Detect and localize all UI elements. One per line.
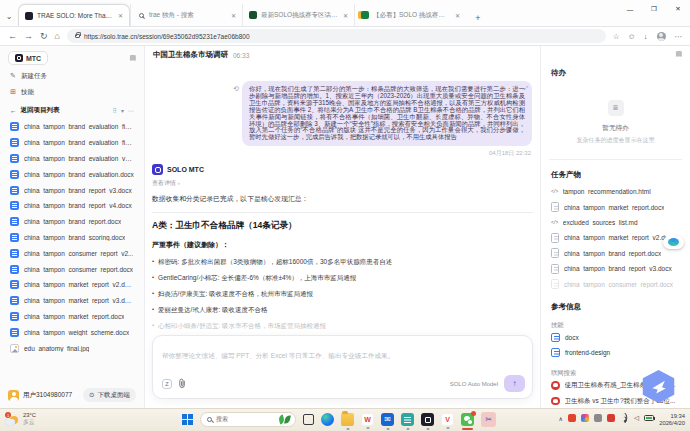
wechat-app-icon[interactable]	[461, 413, 474, 426]
weather-label: 多云	[23, 419, 35, 425]
model-selector[interactable]: SOLO Auto Model	[450, 381, 498, 387]
message-timestamp: 04月18日 22:32	[145, 149, 531, 158]
window-minimize-button[interactable]: —	[618, 0, 642, 18]
downloads-icon[interactable]: ↓	[644, 32, 648, 41]
workspace-switcher[interactable]: MTC	[8, 51, 48, 65]
back-arrow-icon[interactable]: ←	[10, 107, 17, 114]
tray-app-icon[interactable]	[607, 414, 615, 422]
tab-title: TRAE SOLO: More Than Coding	[37, 12, 114, 19]
trae-app-icon[interactable]	[421, 413, 434, 426]
tray-app-icon[interactable]	[568, 414, 576, 422]
notes-app-icon[interactable]	[401, 413, 414, 426]
view-toggle-icon[interactable]: ⠿	[113, 107, 117, 114]
output-item[interactable]: china_tampon_consumer_report.docx	[541, 276, 690, 291]
expand-icon[interactable]: ⤢	[524, 85, 528, 92]
battery-icon[interactable]	[644, 415, 654, 421]
output-item[interactable]: china_tampon_market_report.docx	[541, 199, 690, 214]
window-restore-button[interactable]: ❐	[642, 0, 666, 18]
file-row[interactable]: china_tampon_brand_evaluation_v2...	[0, 151, 144, 167]
v-app-icon[interactable]: V	[441, 413, 454, 426]
file-row[interactable]: china_tampon_consumer_report_v2...	[0, 245, 144, 261]
file-row[interactable]: china_tampon_weight_scheme.docx	[0, 324, 144, 340]
tab-close-icon[interactable]: ✕	[455, 12, 460, 19]
wechat-badge	[471, 411, 476, 416]
file-row[interactable]: china_tampon_brand_evaluation.docx	[0, 166, 144, 182]
panel-collapse-icon[interactable]: ▤	[675, 50, 682, 58]
file-row[interactable]: china_tampon_market_report.docx	[0, 309, 144, 325]
output-item[interactable]: china_tampon_brand_report_v3.docx	[541, 261, 690, 276]
file-row[interactable]: edu_anatomy_final.jpg	[0, 340, 144, 356]
tab-solo-guide[interactable]: 【必看】SOLO 挑战赛主赛道说明 ✕	[354, 4, 466, 26]
wifi-icon[interactable]	[620, 415, 629, 422]
mail-app-icon[interactable]: ✉	[381, 413, 394, 426]
user-avatar	[8, 390, 19, 401]
tab-solo-forum[interactable]: 最新SOLO挑战赛专区话题 - TRAE ✕	[242, 4, 354, 26]
file-explorer-icon[interactable]	[341, 413, 354, 426]
view-details-link[interactable]: 查看详情 ›	[152, 179, 540, 188]
file-row[interactable]: china_tampon_market_report_v2.docx	[0, 277, 144, 293]
sidebar-collapse-icon[interactable]: ▤	[129, 54, 136, 62]
favorite-star-icon[interactable]: ☆	[613, 32, 620, 41]
start-button[interactable]	[182, 414, 193, 425]
file-row[interactable]: china_tampon_brand_evaluation_fin...	[0, 119, 144, 135]
wps-app-icon[interactable]: W	[361, 413, 374, 426]
edge-app-icon[interactable]	[321, 413, 334, 426]
file-row[interactable]: china_tampon_brand_evaluation_fin...	[0, 135, 144, 151]
snip-tool-icon[interactable]: ✂	[481, 412, 496, 427]
browser-menu-icon[interactable]: ⋯	[675, 32, 683, 41]
view-caret-icon[interactable]: ▾	[121, 107, 124, 114]
browser-profile-avatar[interactable]	[657, 32, 666, 41]
back-button[interactable]: ←	[8, 31, 17, 41]
attachment-icon[interactable]	[178, 378, 187, 389]
tab-close-icon[interactable]: ✕	[231, 12, 236, 19]
tab-search[interactable]: trae 独角 - 搜索 ✕	[130, 4, 242, 26]
send-button[interactable]: ↑	[504, 375, 525, 392]
window-close-button[interactable]: ✕	[666, 0, 690, 18]
hidden-icons-chevron[interactable]: ∧	[559, 415, 563, 422]
skill-select-icon[interactable]: Z	[162, 379, 172, 389]
divider	[152, 212, 533, 213]
file-row[interactable]: china_tampon_consumer_report.docx	[0, 261, 144, 277]
collections-icon[interactable]: ✩	[628, 32, 634, 41]
chat-input[interactable]	[162, 352, 523, 359]
tray-app-icon[interactable]	[581, 414, 589, 422]
taskbar-search-box[interactable]: 搜索	[200, 412, 296, 427]
home-button[interactable]: ⌂	[55, 31, 60, 41]
volume-icon[interactable]: ◁	[634, 414, 639, 422]
chat-input-box[interactable]: Z SOLO Auto Model ↑	[152, 335, 533, 399]
tab-close-icon[interactable]: ✕	[118, 12, 123, 19]
new-tab-button[interactable]: +	[470, 10, 486, 26]
file-row[interactable]: china_tampon_brand_report.docx	[0, 214, 144, 230]
download-desktop-button[interactable]: ⊙ 下载桌面端	[83, 388, 136, 402]
skills-label: 技能	[21, 88, 34, 97]
output-item[interactable]: </>excluded_sources_list.md	[541, 215, 690, 230]
tab-trae-solo[interactable]: TRAE SOLO: More Than Coding ✕	[18, 4, 130, 26]
resend-icon[interactable]: ⟲	[233, 85, 239, 93]
tab-close-icon[interactable]: ✕	[343, 12, 348, 19]
back-to-projects-label[interactable]: 返回项目列表	[21, 106, 60, 115]
taskbar-weather-widget[interactable]: 1 23°C 多云	[5, 412, 36, 425]
task-view-button[interactable]	[303, 414, 314, 425]
new-task-label: 新建任务	[21, 72, 47, 81]
skill-item[interactable]: frontend-design	[541, 345, 690, 360]
output-item[interactable]: </>tampon_recommendation.html	[541, 184, 690, 199]
todo-list-icon: ≣	[608, 100, 624, 116]
taskbar-clock[interactable]: 19:34 2026/4/20	[659, 413, 685, 427]
forward-button[interactable]: →	[24, 31, 33, 41]
todo-empty-state: ≣ 暂无待办 复杂任务的进度会显示在这里	[541, 100, 690, 145]
reload-button[interactable]: ↻	[40, 31, 48, 41]
search-icon	[207, 417, 212, 422]
sidebar-item-skills[interactable]: ⊞ 技能	[0, 84, 144, 100]
file-row[interactable]: china_tampon_brand_report_v4.docx	[0, 198, 144, 214]
file-row[interactable]: china_tampon_brand_scoring.docx	[0, 230, 144, 246]
user-account[interactable]: 用户3104980077	[8, 390, 72, 401]
file-row[interactable]: china_tampon_brand_report_v3.docx	[0, 182, 144, 198]
tab-search-chevron-icon[interactable]: ⌄	[0, 6, 18, 26]
tray-app-icon[interactable]	[594, 414, 602, 422]
project-more-icon[interactable]: ⋯	[128, 107, 134, 114]
cloud-sync-widget[interactable]	[662, 232, 686, 253]
sidebar-item-new-task[interactable]: ✎ 新建任务	[0, 68, 144, 84]
address-bar[interactable]: https://solo.trae.cn/session/69e35062d95…	[67, 29, 606, 43]
skill-item[interactable]: docx	[541, 330, 690, 345]
file-row[interactable]: china_tampon_market_report_v3.docx	[0, 293, 144, 309]
